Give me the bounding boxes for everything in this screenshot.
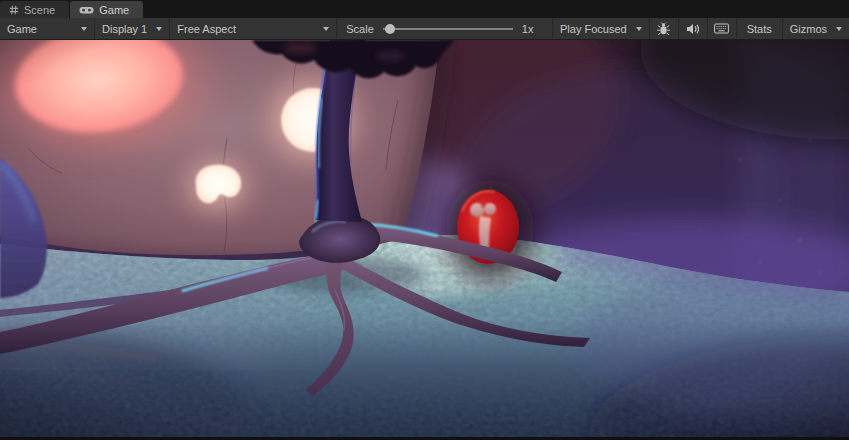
scale-value: 1x (522, 23, 534, 35)
aspect-label: Free Aspect (177, 23, 236, 35)
tab-scene[interactable]: Scene (0, 1, 69, 18)
play-focused-label: Play Focused (560, 23, 627, 35)
scale-slider-handle[interactable] (385, 24, 395, 34)
scale-label: Scale (346, 23, 374, 35)
tab-scene-label: Scene (24, 4, 55, 16)
scale-control: Scale 1x (337, 18, 542, 39)
chevron-down-icon (156, 27, 162, 31)
gizmos-dropdown[interactable]: Gizmos (783, 18, 849, 39)
stats-label: Stats (747, 23, 772, 35)
chevron-down-icon (836, 27, 842, 31)
aspect-ratio-dropdown[interactable]: Free Aspect (170, 18, 337, 39)
keyboard-shortcuts-icon (714, 23, 729, 34)
mute-audio-toggle[interactable] (679, 18, 708, 39)
grid-icon (9, 5, 19, 15)
chevron-down-icon (81, 27, 87, 31)
game-mode-dropdown[interactable]: Game (0, 18, 95, 39)
tab-strip: Scene Game (0, 0, 849, 18)
rendered-3d-scene (0, 40, 849, 437)
play-focused-dropdown[interactable]: Play Focused (552, 18, 650, 39)
scale-slider[interactable] (383, 18, 513, 39)
keyboard-shortcuts-toggle[interactable] (708, 18, 737, 39)
toolbar-spacer (542, 18, 552, 39)
tab-game-label: Game (99, 4, 129, 16)
gizmos-label: Gizmos (790, 23, 827, 35)
display-label: Display 1 (102, 23, 147, 35)
game-mode-label: Game (7, 23, 37, 35)
stats-button[interactable]: Stats (737, 18, 783, 39)
scale-slider-track[interactable] (383, 28, 513, 30)
debug-updater-toggle[interactable] (650, 18, 679, 39)
tab-game[interactable]: Game (70, 1, 143, 18)
debug-bug-icon (656, 22, 671, 36)
vignette (0, 40, 849, 437)
chevron-down-icon (636, 27, 642, 31)
mute-audio-icon (686, 23, 700, 35)
display-dropdown[interactable]: Display 1 (95, 18, 170, 39)
game-view-toolbar: Game Display 1 Free Aspect Scale 1x Play… (0, 18, 849, 40)
chevron-down-icon (323, 27, 329, 31)
game-render-surface[interactable] (0, 40, 849, 437)
gamepad-icon (79, 5, 94, 15)
